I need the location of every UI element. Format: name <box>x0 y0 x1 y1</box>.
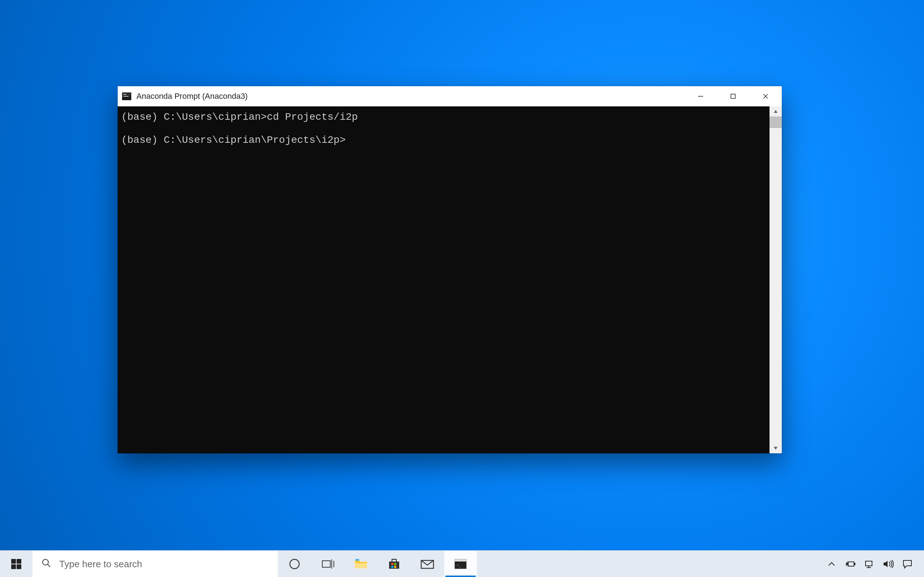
file-explorer-icon <box>354 558 368 570</box>
svg-rect-18 <box>391 563 393 565</box>
maximize-button[interactable] <box>717 86 749 106</box>
svg-point-12 <box>290 559 299 569</box>
start-button[interactable] <box>0 551 32 577</box>
volume-icon <box>883 560 894 568</box>
svg-rect-27 <box>855 563 855 565</box>
minimize-button[interactable] <box>684 86 717 106</box>
window-title: Anaconda Prompt (Anaconda3) <box>136 92 247 101</box>
svg-point-10 <box>43 559 48 565</box>
anaconda-prompt-window: Anaconda Prompt (Anaconda3) (base) C:\Us… <box>118 86 782 453</box>
chevron-up-icon <box>828 561 835 567</box>
scrollbar[interactable] <box>769 106 782 453</box>
network-indicator[interactable] <box>860 551 879 577</box>
microsoft-store-button[interactable] <box>378 551 411 577</box>
cortana-button[interactable] <box>278 551 311 577</box>
svg-rect-16 <box>355 563 367 568</box>
svg-line-11 <box>48 564 50 567</box>
store-icon <box>388 558 401 570</box>
scroll-down-arrow-icon[interactable] <box>769 443 782 453</box>
system-tray <box>824 551 924 577</box>
battery-indicator[interactable] <box>840 551 860 577</box>
scroll-thumb[interactable] <box>769 116 782 128</box>
action-center-icon <box>902 559 913 569</box>
svg-marker-5 <box>774 447 777 450</box>
svg-rect-6 <box>11 559 16 564</box>
taskbar-pinned: >_ <box>278 551 477 577</box>
svg-rect-26 <box>848 562 854 566</box>
task-view-icon <box>321 559 334 569</box>
svg-rect-13 <box>322 561 330 567</box>
svg-rect-24 <box>455 559 466 561</box>
svg-text:>_: >_ <box>457 563 461 567</box>
svg-marker-31 <box>884 561 888 567</box>
titlebar[interactable]: Anaconda Prompt (Anaconda3) <box>118 86 782 106</box>
tray-overflow-button[interactable] <box>824 551 840 577</box>
show-desktop-button[interactable] <box>917 551 921 577</box>
file-explorer-button[interactable] <box>344 551 378 577</box>
window-controls <box>684 86 782 106</box>
svg-rect-17 <box>355 559 359 561</box>
volume-indicator[interactable] <box>879 551 898 577</box>
search-placeholder: Type here to search <box>59 559 142 570</box>
taskbar-search[interactable]: Type here to search <box>32 551 278 577</box>
terminal-output[interactable]: (base) C:\Users\ciprian>cd Projects/i2p … <box>118 106 769 453</box>
taskbar: Type here to search <box>0 550 924 577</box>
battery-icon <box>844 561 855 567</box>
client-area: (base) C:\Users\ciprian>cd Projects/i2p … <box>118 106 782 453</box>
svg-rect-19 <box>394 563 396 565</box>
mail-button[interactable] <box>411 551 444 577</box>
svg-rect-1 <box>731 94 735 98</box>
search-icon <box>41 558 51 571</box>
svg-rect-7 <box>16 559 21 564</box>
close-button[interactable] <box>749 86 782 106</box>
scroll-up-arrow-icon[interactable] <box>769 106 782 116</box>
windows-logo-icon <box>10 558 22 570</box>
mail-icon <box>420 559 435 569</box>
svg-rect-20 <box>391 566 393 568</box>
svg-rect-9 <box>16 564 21 569</box>
task-view-button[interactable] <box>311 551 344 577</box>
anaconda-prompt-task[interactable]: >_ <box>444 551 477 577</box>
terminal-icon: >_ <box>454 559 467 569</box>
svg-rect-8 <box>11 564 16 569</box>
cortana-icon <box>288 558 300 570</box>
svg-rect-28 <box>866 561 872 566</box>
svg-marker-4 <box>774 110 777 113</box>
network-icon <box>864 560 874 568</box>
svg-rect-21 <box>394 566 396 568</box>
cmd-icon <box>122 92 131 100</box>
action-center-button[interactable] <box>898 551 917 577</box>
